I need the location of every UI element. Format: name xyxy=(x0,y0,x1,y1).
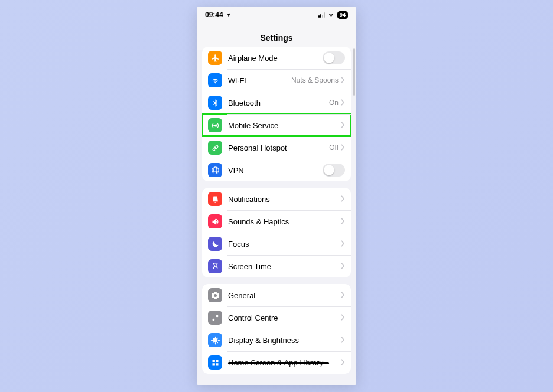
settings-group: GeneralControl CentreDisplay & Brightnes… xyxy=(202,284,351,374)
chevron-right-icon xyxy=(341,120,345,130)
row-notifications[interactable]: Notifications xyxy=(202,188,351,210)
battery-indicator: 94 xyxy=(337,11,348,19)
row-sounds-haptics[interactable]: Sounds & Haptics xyxy=(202,210,351,233)
chevron-right-icon xyxy=(341,142,345,153)
wifi-icon xyxy=(208,73,222,87)
chevron-right-icon xyxy=(341,357,345,368)
bell-icon xyxy=(208,192,222,206)
row-focus[interactable]: Focus xyxy=(202,233,351,255)
chevron-right-icon xyxy=(341,312,345,323)
row-label: Notifications xyxy=(228,195,341,204)
antenna-icon xyxy=(208,118,222,132)
airplane-icon xyxy=(208,51,222,65)
row-control-centre[interactable]: Control Centre xyxy=(202,306,351,329)
hourglass-icon xyxy=(208,259,222,273)
moon-icon xyxy=(208,237,222,251)
location-indicator-icon xyxy=(226,12,231,18)
toggle-airplane-mode[interactable] xyxy=(323,51,345,64)
row-mobile-service[interactable]: Mobile Service xyxy=(202,114,351,136)
chevron-right-icon xyxy=(341,97,345,108)
gear-icon xyxy=(208,288,222,302)
chevron-right-icon xyxy=(341,239,345,249)
row-value: Off xyxy=(329,143,339,152)
row-label: Mobile Service xyxy=(228,121,341,130)
row-vpn[interactable]: VPN xyxy=(202,159,351,181)
chevron-right-icon xyxy=(341,194,345,204)
row-label: General xyxy=(228,291,341,300)
status-bar: 09:44 94 xyxy=(197,7,356,22)
toggle-vpn[interactable] xyxy=(323,164,345,177)
speaker-icon xyxy=(208,214,222,228)
globe-icon xyxy=(208,163,222,177)
row-label: Focus xyxy=(228,240,341,249)
row-label: Wi-Fi xyxy=(228,76,291,85)
settings-scroll[interactable]: Airplane ModeWi-FiNuts & SpoonsBluetooth… xyxy=(197,40,356,385)
row-value: On xyxy=(329,99,339,107)
row-display-brightness[interactable]: Display & Brightness xyxy=(202,329,351,351)
row-personal-hotspot[interactable]: Personal HotspotOff xyxy=(202,136,351,159)
phone-frame: 09:44 94 Settings Airplane ModeWi-FiNuts… xyxy=(197,7,356,385)
row-bluetooth[interactable]: BluetoothOn xyxy=(202,92,351,114)
settings-group: Airplane ModeWi-FiNuts & SpoonsBluetooth… xyxy=(202,47,351,181)
settings-group: NotificationsSounds & HapticsFocusScreen… xyxy=(202,188,351,277)
cellular-signal-icon xyxy=(318,12,325,18)
sun-icon xyxy=(208,333,222,347)
row-label: Screen Time xyxy=(228,262,341,271)
row-value: Nuts & Spoons xyxy=(291,76,339,84)
row-wi-fi[interactable]: Wi-FiNuts & Spoons xyxy=(202,69,351,92)
row-label: Airplane Mode xyxy=(228,54,323,63)
wifi-status-icon xyxy=(327,12,335,18)
chevron-right-icon xyxy=(341,75,345,86)
grid-icon xyxy=(208,355,222,370)
row-label: Sounds & Haptics xyxy=(228,217,341,226)
scrollbar[interactable] xyxy=(353,48,355,96)
row-home-screen-app-library[interactable]: Home Screen & App Library xyxy=(202,351,351,374)
row-label: Display & Brightness xyxy=(228,336,341,345)
chevron-right-icon xyxy=(341,216,345,227)
row-label: Personal Hotspot xyxy=(228,143,329,152)
row-label: Home Screen & App Library xyxy=(228,358,341,367)
row-general[interactable]: General xyxy=(202,284,351,306)
switches-icon xyxy=(208,311,222,325)
clock: 09:44 xyxy=(205,11,223,19)
row-airplane-mode[interactable]: Airplane Mode xyxy=(202,47,351,69)
chevron-right-icon xyxy=(341,261,345,272)
row-label: Control Centre xyxy=(228,313,341,322)
bluetooth-icon xyxy=(208,96,222,110)
link-icon xyxy=(208,141,222,155)
chevron-right-icon xyxy=(341,290,345,300)
row-screen-time[interactable]: Screen Time xyxy=(202,255,351,277)
row-label: Bluetooth xyxy=(228,99,329,107)
chevron-right-icon xyxy=(341,335,345,345)
row-label: VPN xyxy=(228,166,323,175)
